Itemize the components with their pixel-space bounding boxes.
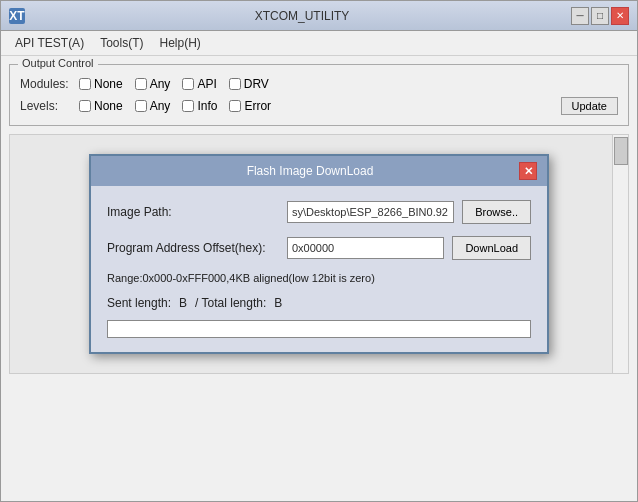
modules-any-checkbox-item: Any	[135, 77, 171, 91]
total-length-value: B	[274, 296, 282, 310]
menu-bar: API TEST(A) Tools(T) Help(H)	[1, 31, 637, 56]
modules-api-checkbox-item: API	[182, 77, 216, 91]
modal-body: Image Path: Browse.. Program Address Off…	[91, 186, 547, 352]
title-bar: XT XTCOM_UTILITY ─ □ ✕	[1, 1, 637, 31]
modules-none-checkbox[interactable]	[79, 78, 91, 90]
levels-none-checkbox[interactable]	[79, 100, 91, 112]
program-address-row: Program Address Offset(hex): DownLoad	[107, 236, 531, 260]
modal-close-button[interactable]: ✕	[519, 162, 537, 180]
modules-drv-checkbox-item: DRV	[229, 77, 269, 91]
app-icon: XT	[9, 8, 25, 24]
modal-title: Flash Image DownLoad	[101, 164, 519, 178]
modules-any-checkbox[interactable]	[135, 78, 147, 90]
sent-length-label: Sent length:	[107, 296, 171, 310]
modules-none-label: None	[94, 77, 123, 91]
range-text: Range:0x000-0xFFF000,4KB aligned(low 12b…	[107, 272, 531, 284]
sent-length-value: B	[179, 296, 187, 310]
modules-drv-checkbox[interactable]	[229, 78, 241, 90]
menu-tools[interactable]: Tools(T)	[94, 34, 149, 52]
image-path-label: Image Path:	[107, 205, 287, 219]
levels-any-label: Any	[150, 99, 171, 113]
menu-help[interactable]: Help(H)	[153, 34, 206, 52]
window-title: XTCOM_UTILITY	[33, 9, 571, 23]
levels-none-checkbox-item: None	[79, 99, 123, 113]
modules-row: Modules: None Any API DRV	[20, 77, 618, 91]
levels-any-checkbox[interactable]	[135, 100, 147, 112]
levels-any-checkbox-item: Any	[135, 99, 171, 113]
flash-image-dialog: Flash Image DownLoad ✕ Image Path: Brows…	[89, 154, 549, 354]
main-content: Output Control Modules: None Any API	[1, 56, 637, 501]
output-control-group: Output Control Modules: None Any API	[9, 64, 629, 126]
update-button[interactable]: Update	[561, 97, 618, 115]
progress-bar	[107, 320, 531, 338]
download-button[interactable]: DownLoad	[452, 236, 531, 260]
levels-error-label: Error	[244, 99, 271, 113]
modal-overlay: Flash Image DownLoad ✕ Image Path: Brows…	[10, 135, 628, 373]
levels-info-checkbox-item: Info	[182, 99, 217, 113]
image-path-row: Image Path: Browse..	[107, 200, 531, 224]
program-address-input[interactable]	[287, 237, 444, 259]
levels-info-label: Info	[197, 99, 217, 113]
modules-label: Modules:	[20, 77, 75, 91]
minimize-button[interactable]: ─	[571, 7, 589, 25]
image-path-input[interactable]	[287, 201, 454, 223]
close-button[interactable]: ✕	[611, 7, 629, 25]
modal-title-bar: Flash Image DownLoad ✕	[91, 156, 547, 186]
content-area: Flash Image DownLoad ✕ Image Path: Brows…	[9, 134, 629, 374]
sent-length-row: Sent length: B / Total length: B	[107, 296, 531, 310]
levels-label: Levels:	[20, 99, 75, 113]
browse-button[interactable]: Browse..	[462, 200, 531, 224]
main-window: XT XTCOM_UTILITY ─ □ ✕ API TEST(A) Tools…	[0, 0, 638, 502]
modules-drv-label: DRV	[244, 77, 269, 91]
levels-error-checkbox[interactable]	[229, 100, 241, 112]
program-address-label: Program Address Offset(hex):	[107, 241, 287, 255]
menu-api-test[interactable]: API TEST(A)	[9, 34, 90, 52]
levels-error-checkbox-item: Error	[229, 99, 271, 113]
maximize-button[interactable]: □	[591, 7, 609, 25]
modules-api-label: API	[197, 77, 216, 91]
levels-row: Levels: None Any Info Error Update	[20, 97, 618, 115]
group-legend: Output Control	[18, 57, 98, 69]
modules-none-checkbox-item: None	[79, 77, 123, 91]
modules-any-label: Any	[150, 77, 171, 91]
levels-none-label: None	[94, 99, 123, 113]
modules-api-checkbox[interactable]	[182, 78, 194, 90]
total-length-label: / Total length:	[195, 296, 266, 310]
window-controls: ─ □ ✕	[571, 7, 629, 25]
levels-info-checkbox[interactable]	[182, 100, 194, 112]
